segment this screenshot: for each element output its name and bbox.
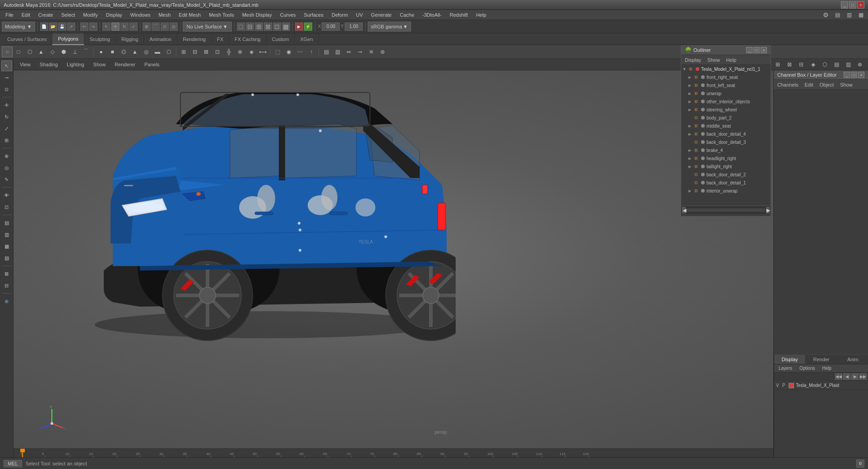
options-btn[interactable]: Options [797, 365, 817, 371]
layer-nav-1[interactable]: ◀◀ [835, 373, 842, 380]
redo-icon[interactable]: ↪ [89, 23, 97, 31]
cb-menu-edit[interactable]: Edit [803, 82, 815, 88]
tool-cone[interactable]: ▲ [129, 46, 140, 57]
close-button[interactable]: × [857, 1, 864, 9]
lt-lasso[interactable]: ⊸ [1, 72, 12, 83]
ol-item-1[interactable]: ▶ ⊞ front_right_seat [681, 73, 771, 81]
menu-redshift[interactable]: Redshift [446, 10, 471, 19]
vp-icon-7[interactable]: ⊠ [784, 59, 795, 70]
menu-curves[interactable]: Curves [277, 10, 300, 19]
menu-modify[interactable]: Modify [79, 10, 101, 19]
ol-item-7[interactable]: ▶ ⊞ middle_seat [681, 122, 771, 130]
tab-rigging[interactable]: Rigging [116, 33, 144, 45]
outliner-close-btn[interactable]: × [761, 47, 767, 53]
menu-3dtoall[interactable]: -3DtoAll- [419, 10, 445, 19]
lt-move[interactable]: ✛ [1, 100, 12, 110]
tool-plane[interactable]: ▬ [152, 46, 163, 57]
menu-edit[interactable]: Edit [18, 10, 34, 19]
select-icon[interactable]: ↖ [102, 23, 111, 31]
tool-split[interactable]: ╬ [223, 46, 234, 57]
lt-special-2[interactable]: ⊟ [1, 280, 12, 291]
camera-6[interactable]: ▦ [282, 23, 290, 31]
vp-icon-8[interactable]: ⊟ [796, 59, 807, 70]
ol-item-13[interactable]: — ⊟ back_door_detail_2 [681, 170, 771, 179]
lt-nav-globe[interactable]: ⊕ [1, 296, 12, 307]
open-icon[interactable]: 📂 [49, 23, 57, 31]
ol-expand-15[interactable]: ▶ [688, 189, 692, 193]
lt-grid-2[interactable]: ▥ [1, 229, 12, 240]
lt-manipulator[interactable]: ⊕ [1, 151, 12, 161]
outliner-max-btn[interactable]: □ [753, 47, 760, 53]
ol-menu-help[interactable]: Help [725, 57, 739, 63]
render-icon[interactable]: ▶ [295, 23, 303, 31]
tool-bevel[interactable]: ◈ [246, 46, 257, 57]
scale-icon[interactable]: ⤢ [129, 23, 138, 31]
camera-2[interactable]: ⊟ [246, 23, 254, 31]
tool-transfer[interactable]: ⇔ [343, 46, 354, 57]
ol-expand-5[interactable]: ▶ [688, 107, 692, 112]
ol-expand-4[interactable]: ▶ [688, 99, 692, 104]
ol-scroll-track[interactable] [687, 208, 765, 212]
tool-pivot[interactable]: ◇ [47, 46, 58, 57]
maya-icon[interactable]: ⚙ [820, 9, 831, 20]
ol-expand-7[interactable]: ▶ [688, 124, 692, 128]
ol-expand-8[interactable]: ▶ [688, 132, 692, 136]
vp-icon-12[interactable]: ▥ [843, 59, 854, 70]
tool-cylinder[interactable]: ⌬ [118, 46, 129, 57]
lt-isolate[interactable]: ⊡ [1, 202, 12, 212]
lt-soft[interactable]: ◎ [1, 162, 12, 173]
save-icon[interactable]: 💾 [58, 23, 66, 31]
help-btn[interactable]: Help [819, 365, 834, 371]
layer-nav-3[interactable]: ▶ [851, 373, 859, 380]
lt-paint[interactable]: ⊙ [1, 84, 12, 95]
vp-icon-11[interactable]: ▤ [831, 59, 842, 70]
ol-menu-show[interactable]: Show [706, 57, 722, 63]
menu-windows[interactable]: Windows [127, 10, 154, 19]
tool-insert[interactable]: ⊕ [235, 46, 245, 57]
move-icon[interactable]: ✛ [111, 23, 120, 31]
display-points[interactable]: ⋯ [295, 46, 305, 57]
workspace-dropdown[interactable]: Modeling ▼ [2, 22, 35, 32]
menu-help[interactable]: Help [472, 10, 490, 19]
channel-box-close-btn[interactable]: × [858, 72, 864, 78]
snap-view-icon[interactable]: ◎ [170, 23, 178, 31]
channel-box-min-btn[interactable]: _ [844, 72, 850, 78]
lt-rotate[interactable]: ↻ [1, 111, 12, 122]
tool-bend[interactable]: ⌒ [81, 46, 92, 57]
cb-menu-show[interactable]: Show [838, 82, 854, 88]
menu-mesh-tools[interactable]: Mesh Tools [205, 10, 237, 19]
tool-uv[interactable]: ⬢ [58, 46, 69, 57]
vp-icon-13[interactable]: ⊗ [854, 59, 865, 70]
tool-platonic[interactable]: ⬠ [163, 46, 174, 57]
vt-view[interactable]: View [16, 60, 34, 69]
tool-sphere[interactable]: ● [96, 46, 106, 57]
layout-icon-2[interactable]: ▥ [844, 9, 854, 20]
ol-scroll-right[interactable]: ▶ [766, 207, 770, 213]
menu-file[interactable]: File [2, 10, 17, 19]
timeline-ruler[interactable]: 1 5 10 15 20 25 30 [14, 449, 868, 458]
ol-expand-10[interactable]: ▶ [688, 148, 692, 152]
menu-surfaces[interactable]: Surfaces [300, 10, 327, 19]
ol-expand-3[interactable]: ▶ [688, 91, 692, 96]
ol-item-9[interactable]: — ⊟ back_door_detail_3 [681, 138, 771, 146]
ol-expand-root[interactable]: ▼ [682, 67, 687, 71]
tool-select[interactable]: ○ [2, 46, 13, 57]
menu-edit-mesh[interactable]: Edit Mesh [175, 10, 204, 19]
undo-icon[interactable]: ↩ [80, 23, 88, 31]
no-live-surface-btn[interactable]: No Live Surface ▼ [183, 22, 232, 32]
tool-fill[interactable]: ⊠ [201, 46, 212, 57]
y-input[interactable] [345, 23, 363, 31]
layer-nav-4[interactable]: ▶▶ [859, 373, 867, 380]
cb-menu-channels[interactable]: Channels [776, 82, 800, 88]
vp-icon-10[interactable]: ⬡ [819, 59, 830, 70]
menu-generate[interactable]: Generate [367, 10, 395, 19]
tab-sculpting[interactable]: Sculpting [84, 33, 116, 45]
tool-vc[interactable]: ▤ [321, 46, 332, 57]
lt-select[interactable]: ↖ [1, 60, 12, 71]
lt-transform[interactable]: ⊞ [1, 135, 12, 146]
menu-select[interactable]: Select [58, 10, 79, 19]
layer-item-tesla[interactable]: V P Tesla_Model_X_Plaid [774, 381, 868, 390]
mel-indicator[interactable]: MEL [4, 460, 22, 467]
tool-weld[interactable]: ⊛ [377, 46, 388, 57]
tab-anim[interactable]: Anim [837, 355, 868, 364]
